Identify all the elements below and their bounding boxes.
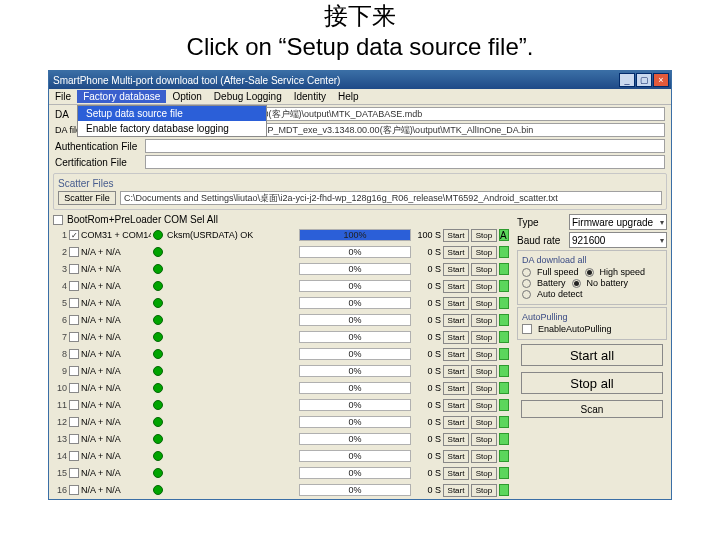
- status-led-icon: [153, 400, 163, 410]
- row-start-button[interactable]: Start: [443, 246, 469, 259]
- row-com: N/A + N/A: [81, 417, 151, 427]
- row-start-button[interactable]: Start: [443, 416, 469, 429]
- stop-all-button[interactable]: Stop all: [521, 372, 663, 394]
- row-start-button[interactable]: Start: [443, 280, 469, 293]
- row-stop-button[interactable]: Stop: [471, 433, 497, 446]
- row-indicator: [499, 365, 509, 377]
- row-stop-button[interactable]: Stop: [471, 229, 497, 242]
- row-start-button[interactable]: Start: [443, 348, 469, 361]
- row-start-button[interactable]: Start: [443, 297, 469, 310]
- no-battery-radio[interactable]: [572, 279, 581, 288]
- scatter-path-field[interactable]: C:\Documents and Settings\liutao\桌面\i2a-…: [120, 191, 662, 205]
- row-stop-button[interactable]: Stop: [471, 246, 497, 259]
- row-com: N/A + N/A: [81, 451, 151, 461]
- row-start-button[interactable]: Start: [443, 399, 469, 412]
- close-button[interactable]: ×: [653, 73, 669, 87]
- menu-help[interactable]: Help: [332, 90, 365, 103]
- row-com: N/A + N/A: [81, 315, 151, 325]
- row-checkbox[interactable]: [69, 247, 79, 257]
- caption-en: Click on “Setup data source file”.: [187, 33, 534, 60]
- menu-file[interactable]: File: [49, 90, 77, 103]
- row-number: 7: [53, 332, 67, 342]
- row-checkbox[interactable]: [69, 485, 79, 495]
- row-time: 0 S: [413, 332, 441, 342]
- row-checkbox[interactable]: [69, 383, 79, 393]
- maximize-button[interactable]: ▢: [636, 73, 652, 87]
- row-start-button[interactable]: Start: [443, 484, 469, 497]
- row-stop-button[interactable]: Stop: [471, 484, 497, 497]
- row-checkbox[interactable]: [69, 264, 79, 274]
- row-start-button[interactable]: Start: [443, 450, 469, 463]
- baud-select[interactable]: 921600▾: [569, 232, 667, 248]
- row-time: 0 S: [413, 366, 441, 376]
- auto-detect-radio[interactable]: [522, 290, 531, 299]
- scan-button[interactable]: Scan: [521, 400, 663, 418]
- row-stop-button[interactable]: Stop: [471, 280, 497, 293]
- row-start-button[interactable]: Start: [443, 229, 469, 242]
- progress-bar: 0%: [299, 450, 411, 462]
- scatter-title: Scatter Files: [58, 178, 662, 189]
- menu-enable-factory-logging[interactable]: Enable factory database logging: [78, 121, 266, 136]
- caption-cn: 接下来: [324, 2, 396, 29]
- menu-identity[interactable]: Identity: [288, 90, 332, 103]
- row-checkbox[interactable]: [69, 451, 79, 461]
- full-speed-radio[interactable]: [522, 268, 531, 277]
- row-start-button[interactable]: Start: [443, 314, 469, 327]
- row-start-button[interactable]: Start: [443, 365, 469, 378]
- slide-caption: 接下来 Click on “Setup data source file”.: [167, 0, 554, 70]
- row-start-button[interactable]: Start: [443, 467, 469, 480]
- row-stop-button[interactable]: Stop: [471, 314, 497, 327]
- menu-debug-logging[interactable]: Debug Logging: [208, 90, 288, 103]
- row-stop-button[interactable]: Stop: [471, 297, 497, 310]
- row-checkbox[interactable]: [69, 400, 79, 410]
- scatter-file-button[interactable]: Scatter File: [58, 191, 116, 205]
- autopulling-title: AutoPulling: [522, 312, 662, 322]
- type-select[interactable]: Firmware upgrade▾: [569, 214, 667, 230]
- row-start-button[interactable]: Start: [443, 331, 469, 344]
- menu-option[interactable]: Option: [166, 90, 207, 103]
- row-number: 13: [53, 434, 67, 444]
- row-checkbox[interactable]: [69, 281, 79, 291]
- high-speed-radio[interactable]: [585, 268, 594, 277]
- row-checkbox[interactable]: [69, 417, 79, 427]
- row-start-button[interactable]: Start: [443, 382, 469, 395]
- row-stop-button[interactable]: Stop: [471, 263, 497, 276]
- row-start-button[interactable]: Start: [443, 433, 469, 446]
- cert-field[interactable]: [145, 155, 665, 169]
- table-row: 10N/A + N/A0%0 SStartStop: [53, 380, 509, 396]
- minimize-button[interactable]: _: [619, 73, 635, 87]
- menu-setup-data-source-file[interactable]: Setup data source file: [78, 106, 266, 121]
- enable-autopulling-checkbox[interactable]: [522, 324, 532, 334]
- row-indicator: [499, 280, 509, 292]
- battery-radio[interactable]: [522, 279, 531, 288]
- menu-factory-database[interactable]: Factory database: [77, 90, 166, 103]
- progress-bar: 0%: [299, 416, 411, 428]
- row-stop-button[interactable]: Stop: [471, 331, 497, 344]
- row-start-button[interactable]: Start: [443, 263, 469, 276]
- row-checkbox[interactable]: [69, 230, 79, 240]
- row-checkbox[interactable]: [69, 315, 79, 325]
- auth-field[interactable]: [145, 139, 665, 153]
- table-row: 9N/A + N/A0%0 SStartStop: [53, 363, 509, 379]
- row-stop-button[interactable]: Stop: [471, 348, 497, 361]
- row-checkbox[interactable]: [69, 332, 79, 342]
- select-all-checkbox[interactable]: [53, 215, 63, 225]
- row-checkbox[interactable]: [69, 349, 79, 359]
- row-stop-button[interactable]: Stop: [471, 450, 497, 463]
- row-stop-button[interactable]: Stop: [471, 382, 497, 395]
- row-checkbox[interactable]: [69, 298, 79, 308]
- row-checkbox[interactable]: [69, 366, 79, 376]
- menubar: File Factory database Option Debug Loggi…: [49, 89, 671, 105]
- row-checkbox[interactable]: [69, 468, 79, 478]
- row-number: 4: [53, 281, 67, 291]
- row-stop-button[interactable]: Stop: [471, 467, 497, 480]
- row-stop-button[interactable]: Stop: [471, 399, 497, 412]
- start-all-button[interactable]: Start all: [521, 344, 663, 366]
- row-stop-button[interactable]: Stop: [471, 416, 497, 429]
- row-stop-button[interactable]: Stop: [471, 365, 497, 378]
- row-number: 16: [53, 485, 67, 495]
- row-number: 12: [53, 417, 67, 427]
- row-checkbox[interactable]: [69, 434, 79, 444]
- table-header: BootRom+PreLoader COM Sel All: [67, 214, 218, 225]
- row-com: COM31 + COM14: [81, 230, 151, 240]
